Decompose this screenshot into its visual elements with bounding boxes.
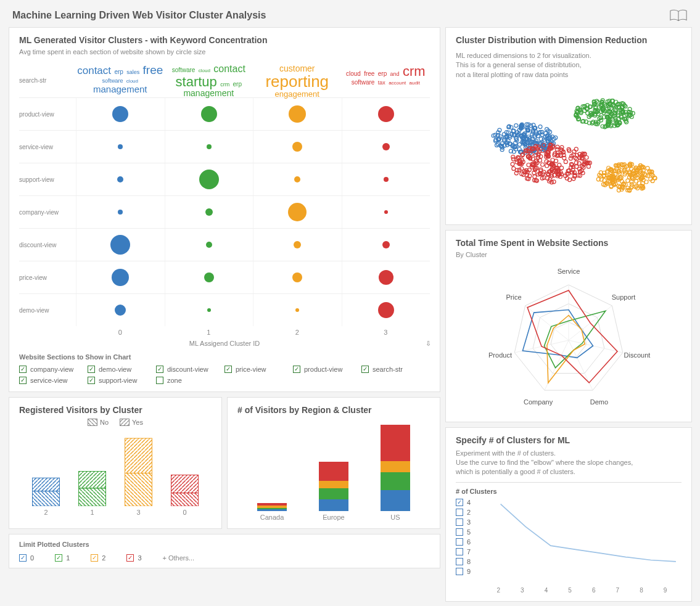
- elbow-desc: Use the curve to find the "elbow" where …: [456, 458, 681, 467]
- x-tick: 8: [640, 587, 643, 594]
- limit-checkbox[interactable]: ✓1: [55, 554, 70, 562]
- svg-point-564: [564, 160, 567, 164]
- elbow-section: # of Clusters: [456, 488, 681, 495]
- section-checkbox[interactable]: ✓discount-view: [156, 366, 224, 373]
- cluster-count-checkbox[interactable]: ✓2: [456, 509, 489, 516]
- x-tick: 7: [616, 587, 620, 594]
- bar-xlabel: 2: [23, 509, 69, 516]
- bubble: [205, 208, 213, 216]
- registered-panel: Registered Visitors by Cluster No Yes 21…: [9, 397, 222, 529]
- radar-axis-label: Support: [612, 293, 636, 301]
- bar-segment: [381, 425, 410, 461]
- wordcloud-word: startup: [176, 75, 217, 89]
- bar-segment: [319, 481, 348, 488]
- bubble: [117, 176, 123, 182]
- bubble: [294, 241, 301, 248]
- cluster-count-checkbox[interactable]: ✓6: [456, 538, 489, 546]
- section-checkbox[interactable]: ✓demo-view: [88, 366, 156, 373]
- page-header: Machine Learning Driven Web Visitor Clus…: [9, 6, 691, 27]
- elbow-checkboxes: ✓4✓2✓3✓5✓6✓7✓8✓9: [456, 499, 489, 594]
- bubble-subtitle: Avg time spent in each section of websit…: [19, 47, 430, 57]
- bar-segment: [319, 462, 348, 481]
- row-label: service-view: [19, 144, 76, 150]
- x-tick: 5: [568, 587, 572, 594]
- section-checkbox[interactable]: ✓zone: [156, 377, 224, 384]
- elbow-panel: Specify # of Clusters for ML Experiment …: [445, 427, 692, 602]
- row-label: search-str: [19, 77, 76, 84]
- x-tick: 2: [253, 329, 342, 336]
- bubble: [384, 210, 388, 214]
- row-label: discount-view: [19, 242, 76, 248]
- region-bars: [237, 419, 430, 511]
- limit-checkbox[interactable]: ✓2: [91, 554, 105, 562]
- bubble: [206, 242, 212, 248]
- section-checkbox[interactable]: ✓price-view: [224, 366, 293, 373]
- wordcloud-word: erp: [378, 71, 387, 78]
- bubble: [294, 176, 300, 182]
- radar-panel: Total Time Spent in Website Sections By …: [445, 230, 692, 422]
- row-label: product-view: [19, 111, 76, 118]
- wordcloud-word: account: [389, 81, 406, 86]
- svg-rect-6: [125, 438, 152, 473]
- bar-xlabel: 0: [162, 509, 208, 516]
- cluster-count-checkbox[interactable]: ✓5: [456, 528, 489, 536]
- radar-axis-label: Product: [488, 351, 512, 359]
- page-title: Machine Learning Driven Web Visitor Clus…: [12, 10, 266, 21]
- cluster-count-checkbox[interactable]: ✓8: [456, 558, 489, 565]
- row-label: company-view: [19, 209, 76, 216]
- svg-point-515: [630, 180, 633, 184]
- scatter-desc: This is for a general sense of distribtu…: [456, 60, 681, 70]
- section-checkbox[interactable]: ✓support-view: [88, 377, 156, 384]
- bubble: [379, 270, 393, 285]
- book-icon[interactable]: [669, 9, 688, 22]
- section-checkbox[interactable]: ✓product-view: [293, 366, 361, 373]
- download-icon[interactable]: ⇩: [426, 340, 431, 348]
- wordcloud-word: contact: [213, 64, 245, 75]
- limit-others[interactable]: + Others...: [163, 554, 195, 562]
- x-tick: 0: [76, 329, 165, 336]
- section-checkbox[interactable]: ✓service-view: [19, 377, 88, 384]
- wordcloud-word: software: [172, 67, 196, 74]
- limit-title: Limit Plotted Clusters: [19, 541, 430, 548]
- svg-point-378: [584, 120, 588, 124]
- row-label: demo-view: [19, 307, 76, 314]
- scatter-title: Cluster Distribution with Dimension Redu…: [456, 35, 681, 45]
- cluster-count-checkbox[interactable]: ✓7: [456, 548, 489, 555]
- svg-rect-7: [125, 473, 152, 507]
- svg-point-614: [587, 165, 590, 168]
- wordcloud-word: and: [390, 72, 400, 77]
- bubble: [292, 272, 302, 282]
- bubble: [384, 177, 389, 182]
- cluster-count-checkbox[interactable]: ✓3: [456, 518, 489, 526]
- cluster-count-checkbox[interactable]: ✓9: [456, 568, 489, 575]
- bubble: [295, 308, 299, 312]
- svg-point-765: [521, 154, 524, 157]
- svg-point-648: [551, 158, 554, 162]
- bubble: [382, 143, 390, 150]
- svg-point-526: [635, 179, 638, 183]
- svg-rect-9: [171, 493, 199, 506]
- scatter-plot: [456, 80, 681, 215]
- x-tick: 2: [496, 587, 500, 594]
- limit-checkbox[interactable]: ✓0: [19, 554, 34, 562]
- wordcloud-word: software: [352, 80, 375, 86]
- svg-point-733: [556, 145, 559, 149]
- elbow-xticks: 23456789: [495, 587, 668, 594]
- svg-marker-803: [527, 290, 617, 383]
- bar-segment: [319, 499, 348, 512]
- bubble: [382, 241, 390, 248]
- radar-plot: [456, 260, 681, 414]
- svg-point-65: [538, 125, 542, 129]
- svg-rect-3: [33, 491, 60, 506]
- radar-axis-label: Price: [506, 293, 521, 301]
- bubble: [288, 203, 307, 221]
- svg-point-762: [541, 163, 545, 166]
- section-checkbox[interactable]: ✓company-view: [19, 366, 88, 373]
- section-checkbox[interactable]: ✓search-str: [361, 366, 430, 373]
- limit-checkbox[interactable]: ✓3: [126, 554, 141, 562]
- bubble: [112, 106, 128, 122]
- radar-axis-label: Demo: [590, 398, 608, 406]
- elbow-title: Specify # of Clusters for ML: [456, 435, 681, 445]
- wordcloud-word: crm: [403, 64, 426, 78]
- cluster-count-checkbox[interactable]: ✓4: [456, 499, 489, 506]
